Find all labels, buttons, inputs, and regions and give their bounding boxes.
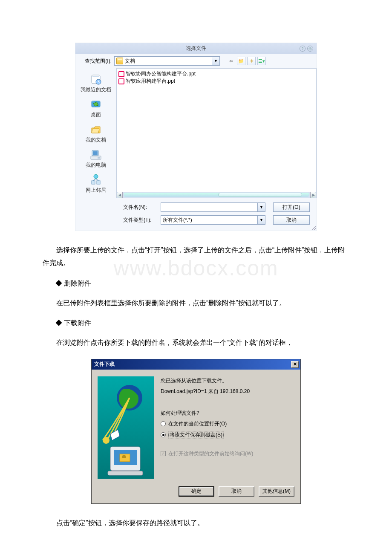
places-bar: 我最近的文档 桌面 我的文档 我的电脑 网上邻居 bbox=[75, 68, 116, 198]
chevron-down-icon[interactable]: ▼ bbox=[257, 203, 265, 211]
folder-icon bbox=[116, 58, 123, 64]
filename-input[interactable] bbox=[161, 203, 257, 211]
chevron-down-icon[interactable]: ▼ bbox=[257, 216, 265, 224]
computer-icon bbox=[89, 148, 103, 162]
look-in-value: 文档 bbox=[125, 58, 212, 65]
radio-icon bbox=[161, 421, 166, 426]
cancel-button[interactable]: 取消 bbox=[273, 215, 310, 225]
place-recent[interactable]: 我最近的文档 bbox=[81, 71, 111, 95]
place-network[interactable]: 网上邻居 bbox=[86, 171, 106, 196]
list-item[interactable]: 智软协同办公智能构建平台.ppt bbox=[118, 70, 314, 78]
up-folder-icon[interactable]: 📁 bbox=[237, 57, 245, 65]
info-line: 您已选择从该位置下载文件。 bbox=[161, 377, 294, 384]
radio-icon bbox=[161, 432, 166, 437]
network-icon bbox=[89, 173, 103, 187]
filetype-value: 所有文件(*.*) bbox=[161, 216, 257, 224]
scroll-track[interactable] bbox=[124, 193, 309, 197]
place-label: 桌面 bbox=[91, 111, 101, 119]
place-label: 网上邻居 bbox=[86, 187, 106, 194]
radio-save[interactable]: 将该文件保存到磁盘(S) bbox=[161, 431, 294, 439]
scroll-thumb[interactable] bbox=[218, 193, 302, 197]
place-desktop[interactable]: 桌面 bbox=[89, 96, 103, 120]
view-menu-icon[interactable]: ☰▾ bbox=[257, 57, 266, 65]
dialog-title-bar: 选择文件 ? ◎ bbox=[75, 43, 317, 54]
dialog-title-bar: 文件下载 ✕ bbox=[92, 359, 300, 370]
source-line: DownLoad.jsp?ID=1 来自 192.168.0.20 bbox=[161, 388, 294, 395]
svg-rect-16 bbox=[108, 471, 143, 475]
file-name: 智软协同办公智能构建平台.ppt bbox=[126, 70, 196, 78]
filename-combo[interactable]: ▼ bbox=[161, 202, 265, 212]
place-label: 我的文档 bbox=[86, 136, 106, 144]
new-folder-icon[interactable]: ✳ bbox=[247, 57, 256, 65]
file-download-dialog: 文件下载 ✕ 您已选择从该位置下载文件。 DownLoad.jsp?ID=1 来… bbox=[91, 359, 301, 504]
place-mydocs[interactable]: 我的文档 bbox=[86, 121, 106, 145]
back-icon[interactable]: ⇦ bbox=[227, 57, 235, 65]
look-in-combo[interactable]: 文档 ▼ bbox=[114, 56, 220, 66]
checkbox-label: 在打开这种类型的文件前始终询问(W) bbox=[168, 450, 253, 457]
help-icon[interactable]: ? bbox=[300, 46, 306, 52]
file-chooser-dialog: 选择文件 ? ◎ 查找范围(I): 文档 ▼ ⇦ 📁 ✳ ☰▾ 我最近的文档 bbox=[75, 43, 317, 231]
svg-point-7 bbox=[94, 174, 98, 179]
mydocs-icon bbox=[89, 123, 103, 136]
dialog-title: 文件下载 bbox=[94, 361, 115, 368]
place-label: 我的电脑 bbox=[86, 162, 106, 169]
svg-point-12 bbox=[103, 437, 110, 444]
paragraph: 在已传附件列表框里选择你所要删除的附件，点击“删除附件”按钮就可以了。 bbox=[43, 297, 349, 309]
bullet-download: ◆ 下载附件 bbox=[55, 319, 349, 328]
open-button[interactable]: 打开(O) bbox=[273, 202, 310, 212]
checkbox-icon: ✓ bbox=[161, 451, 166, 456]
scroll-left-icon[interactable]: ◀ bbox=[117, 192, 123, 198]
radio-label: 在文件的当前位置打开(O) bbox=[168, 420, 227, 428]
list-item[interactable]: 智软应用构建平台.ppt bbox=[118, 78, 314, 85]
ppt-file-icon bbox=[118, 71, 124, 77]
place-mycomputer[interactable]: 我的电脑 bbox=[86, 146, 106, 171]
dialog-title: 选择文件 bbox=[186, 45, 206, 52]
svg-rect-9 bbox=[97, 181, 100, 184]
bullet-delete: ◆ 删除附件 bbox=[55, 279, 349, 288]
horizontal-scrollbar[interactable]: ◀ ▶ bbox=[117, 192, 316, 198]
question-label: 如何处理该文件? bbox=[161, 410, 294, 417]
recent-icon bbox=[89, 72, 103, 86]
ok-button[interactable]: 确定 bbox=[179, 486, 214, 497]
desktop-icon bbox=[89, 98, 103, 111]
ppt-file-icon bbox=[118, 78, 124, 84]
paragraph: 点击“确定”按钮，选择你要保存的路径就可以了。 bbox=[43, 517, 349, 529]
filename-label: 文件名(N): bbox=[123, 204, 153, 211]
radio-label: 将该文件保存到磁盘(S) bbox=[168, 431, 224, 439]
filetype-combo[interactable]: 所有文件(*.*) ▼ bbox=[161, 215, 265, 225]
resize-grip-icon[interactable] bbox=[311, 225, 316, 230]
look-in-label: 查找范围(I): bbox=[80, 58, 112, 65]
svg-rect-4 bbox=[93, 151, 98, 155]
svg-rect-8 bbox=[92, 181, 95, 184]
svg-rect-6 bbox=[98, 157, 100, 159]
close-icon[interactable]: ✕ bbox=[291, 361, 299, 368]
paragraph: 选择你所要上传的文件，点击“打开”按钮，选择了上传的文件之后，点击“上传附件”按… bbox=[43, 244, 349, 270]
chevron-down-icon[interactable]: ▼ bbox=[212, 57, 219, 65]
scroll-right-icon[interactable]: ▶ bbox=[310, 192, 316, 198]
place-label: 我最近的文档 bbox=[81, 86, 111, 93]
target-icon[interactable]: ◎ bbox=[307, 46, 313, 52]
file-list[interactable]: 智软协同办公智能构建平台.ppt 智软应用构建平台.ppt ◀ ▶ bbox=[116, 68, 317, 198]
always-ask-checkbox[interactable]: ✓ 在打开这种类型的文件前始终询问(W) bbox=[161, 450, 294, 457]
paragraph: 在浏览附件点击你所要下载的附件名，系统就会弹出一个“文件下载”的对话框， bbox=[43, 336, 349, 349]
download-illustration bbox=[98, 376, 154, 479]
filetype-label: 文件类型(T): bbox=[123, 217, 153, 224]
file-name: 智软应用构建平台.ppt bbox=[126, 78, 175, 85]
more-info-button[interactable]: 其他信息(M) bbox=[259, 486, 294, 497]
cancel-button[interactable]: 取消 bbox=[219, 486, 254, 497]
radio-open[interactable]: 在文件的当前位置打开(O) bbox=[161, 420, 294, 428]
